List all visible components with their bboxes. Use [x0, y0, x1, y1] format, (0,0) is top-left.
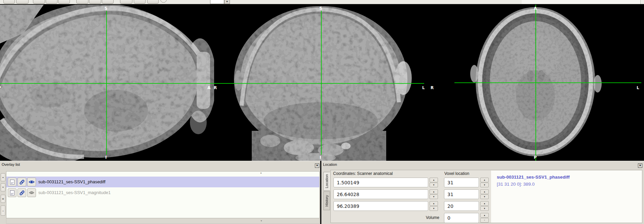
toolbar-button[interactable]: [102, 0, 114, 4]
toolbar-button[interactable]: [33, 0, 45, 4]
overlay-move-up-button[interactable]: ▲: [1, 173, 5, 181]
overlay-move-down-button[interactable]: ▼: [1, 183, 5, 191]
toolbar-button[interactable]: [76, 0, 88, 4]
spin-up-icon[interactable]: ▲: [480, 189, 489, 194]
axial-label-left: L: [637, 85, 639, 90]
coronal-label-inferior: I: [320, 155, 321, 160]
spin-down-icon[interactable]: ▼: [430, 206, 438, 211]
voxel-info-overlay-name: sub-0031121_ses-SSV1_phasediff: [497, 175, 570, 180]
location-content: Coordinates: Scanner anatomical Voxel lo…: [330, 170, 642, 223]
toolbar-button[interactable]: [89, 0, 101, 4]
document-icon[interactable]: [8, 188, 16, 197]
document-icon[interactable]: [8, 178, 16, 186]
top-toolbar: ▼: [0, 0, 644, 4]
coronal-crosshair-vertical: [321, 11, 322, 155]
location-panel-title: Location: [323, 162, 337, 166]
volume-input[interactable]: [447, 213, 477, 222]
coronal-label-right: R: [214, 85, 217, 90]
coronal-label-superior: S: [319, 6, 322, 11]
toolbar-button[interactable]: [58, 0, 70, 4]
world-coords-header: Coordinates: Scanner anatomical: [333, 171, 393, 176]
toolbar-combobox[interactable]: [210, 0, 224, 4]
world-z-field[interactable]: [333, 201, 428, 211]
location-panel: Location ✕ Location History Coordinates:…: [321, 161, 644, 224]
toolbar-button[interactable]: [46, 0, 57, 4]
voxel-z-stepper: ▲ ▼: [480, 201, 489, 211]
spin-up-icon[interactable]: ▲: [480, 201, 489, 206]
toolbar-button[interactable]: [147, 0, 159, 4]
spin-up-icon[interactable]: ▲: [430, 178, 438, 182]
toolbar-button[interactable]: [16, 0, 29, 4]
scroll-up-icon[interactable]: ▲: [260, 172, 262, 174]
voxel-x-field[interactable]: [444, 178, 479, 187]
voxel-x-input[interactable]: [447, 178, 477, 187]
world-x-field[interactable]: [333, 178, 428, 187]
coronal-label-left: L: [422, 85, 425, 90]
sagittal-view-canvas[interactable]: [0, 5, 214, 161]
toolbar-separator: [640, 0, 641, 4]
sagittal-label-anterior: A: [207, 85, 210, 90]
eye-icon[interactable]: [27, 188, 36, 197]
sagittal-label-posterior: P: [0, 85, 1, 90]
spin-down-icon[interactable]: ▼: [430, 194, 438, 199]
combo-dropdown-icon[interactable]: ▼: [224, 0, 230, 4]
axial-crosshair-horizontal: [454, 82, 641, 83]
spin-up-icon[interactable]: ▲: [430, 189, 438, 194]
voxel-z-field[interactable]: [444, 201, 479, 211]
spin-down-icon[interactable]: ▼: [480, 194, 489, 199]
overlay-row-magnitude1[interactable]: sub-0031121_ses-SSV1_magnitude1: [6, 187, 319, 198]
axial-label-right: R: [431, 85, 434, 90]
world-z-stepper: ▲ ▼: [430, 201, 438, 211]
voxel-location-header: Voxel location: [444, 171, 469, 176]
overlay-row-phasediff[interactable]: sub-0031121_ses-SSV1_phasediff: [6, 177, 319, 187]
voxel-info-value: [31 31 20 0]: 389.0: [497, 182, 535, 187]
spin-up-icon[interactable]: ▲: [480, 178, 489, 182]
voxel-x-stepper: ▲ ▼: [480, 178, 489, 187]
overlay-name: sub-0031121_ses-SSV1_phasediff: [38, 177, 106, 187]
overlay-list-panel: Overlay list ✕ ▲ ▼ + - ▲: [0, 161, 320, 224]
overlay-list-close-icon[interactable]: ✕: [315, 163, 319, 168]
toolbar-button[interactable]: [3, 0, 15, 4]
world-y-field[interactable]: [333, 189, 428, 199]
overlay-remove-button[interactable]: -: [1, 206, 5, 216]
spin-up-icon[interactable]: ▲: [480, 213, 489, 218]
scroll-down-icon[interactable]: ▼: [260, 220, 263, 222]
spin-up-icon[interactable]: ▲: [430, 201, 438, 206]
overlay-add-button[interactable]: +: [1, 195, 5, 203]
spin-down-icon[interactable]: ▼: [430, 183, 438, 187]
volume-stepper: ▲ ▼: [480, 213, 489, 223]
volume-label: Volume: [426, 215, 439, 220]
spin-down-icon[interactable]: ▼: [480, 183, 489, 187]
world-y-input[interactable]: [337, 190, 417, 199]
voxel-y-stepper: ▲ ▼: [480, 189, 489, 199]
sagittal-coronal-crosshair-horizontal: [0, 83, 424, 84]
voxel-y-input[interactable]: [447, 190, 477, 199]
sagittal-crosshair-vertical: [106, 11, 107, 155]
overlay-name: sub-0031121_ses-SSV1_magnitude1: [38, 187, 111, 198]
eye-icon[interactable]: [27, 178, 36, 186]
axial-label-posterior: P: [534, 155, 537, 160]
toolbar-dial[interactable]: [160, 0, 167, 3]
tab-history[interactable]: History: [323, 191, 330, 210]
world-z-input[interactable]: [337, 201, 417, 211]
volume-field[interactable]: [444, 213, 479, 223]
toolbar-button[interactable]: [120, 0, 132, 4]
spin-down-icon: ▼: [480, 218, 489, 223]
location-close-icon[interactable]: ✕: [638, 163, 642, 168]
spin-down-icon[interactable]: ▼: [480, 206, 489, 211]
sagittal-label-inferior: I: [105, 155, 107, 160]
voxel-info-area: sub-0031121_ses-SSV1_phasediff [31 31 20…: [491, 171, 642, 223]
world-x-input[interactable]: [337, 178, 417, 187]
toolbar-button[interactable]: [134, 0, 146, 4]
voxel-z-input[interactable]: [447, 201, 477, 211]
link-icon[interactable]: [17, 178, 26, 186]
coronal-view-canvas[interactable]: [215, 5, 429, 161]
sagittal-label-superior: S: [105, 6, 108, 11]
world-x-stepper: ▲ ▼: [430, 178, 438, 187]
voxel-y-field[interactable]: [444, 189, 479, 199]
overlay-list-bottom-strip: ▼: [6, 218, 320, 224]
toolbar-spacer: [522, 0, 640, 4]
tab-location[interactable]: Location: [323, 172, 330, 191]
link-icon[interactable]: [17, 188, 26, 197]
fsleyes-window: ▼: [0, 0, 644, 224]
